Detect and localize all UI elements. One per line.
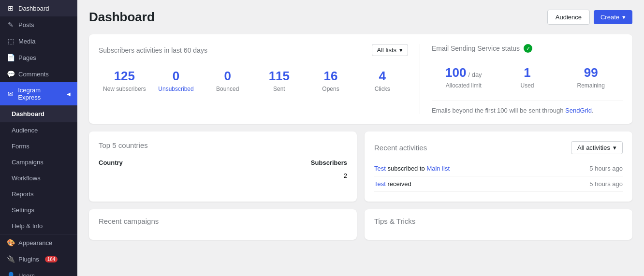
- sidebar-item-workflows[interactable]: Workflows: [0, 170, 77, 186]
- recent-campaigns-title: Recent campaigns: [99, 217, 347, 225]
- sidebar-item-posts[interactable]: ✎ Posts: [0, 16, 77, 33]
- dropdown-chevron-icon: ▾: [399, 46, 403, 54]
- page-header: Dashboard Audience Create ▾: [89, 10, 632, 25]
- subscribers-header: Subscribers activities in last 60 days A…: [99, 44, 408, 56]
- sidebar-item-comments[interactable]: 💬 Comments: [0, 66, 77, 82]
- all-lists-dropdown[interactable]: All lists ▾: [372, 44, 408, 56]
- sidebar: ⊞ Dashboard ✎ Posts ⬚ Media 📄 Pages 💬 Co…: [0, 0, 77, 276]
- bottom-grid: Recent campaigns Tips & Tricks: [89, 209, 632, 247]
- email-stats-row: 100 / day Allocated limit 1 Used 99 Rema…: [432, 61, 623, 93]
- lower-grid: Top 5 countries Country Subscribers 2 Re…: [89, 131, 632, 209]
- create-button[interactable]: Create ▾: [594, 10, 632, 24]
- recent-activities-header: Recent activities All activities ▾: [374, 141, 623, 154]
- subscribers-email-card: Subscribers activities in last 60 days A…: [89, 34, 632, 124]
- recent-campaigns-card: Recent campaigns: [89, 209, 357, 240]
- sidebar-item-campaigns[interactable]: Campaigns: [0, 154, 77, 170]
- status-ok-icon: ✓: [524, 44, 532, 53]
- activity-link-test-1[interactable]: Test: [374, 180, 386, 188]
- comments-icon: 💬: [7, 70, 15, 78]
- page-title: Dashboard: [89, 10, 155, 25]
- sidebar-item-media[interactable]: ⬚ Media: [0, 33, 77, 49]
- activities-chevron-icon: ▾: [613, 144, 616, 151]
- pages-icon: 📄: [7, 54, 15, 61]
- plugins-icon: 🔌: [7, 255, 15, 263]
- email-status-title: Email Sending Service status: [432, 44, 520, 52]
- stat-unsubscribed: 0 Unsubscribed: [150, 65, 202, 96]
- icegram-arrow-icon: ◀: [67, 91, 71, 97]
- dashboard-wp-icon: ⊞: [7, 4, 15, 12]
- top-countries-title: Top 5 countries: [99, 141, 347, 149]
- subscribers-stats-grid: 125 New subscribers 0 Unsubscribed 0 Bou…: [99, 65, 408, 96]
- sidebar-item-appearance[interactable]: 🎨 Appearance: [0, 234, 77, 251]
- top-countries-card: Top 5 countries Country Subscribers 2: [89, 131, 357, 202]
- sidebar-item-audience[interactable]: Audience: [0, 122, 77, 138]
- appearance-icon: 🎨: [7, 239, 15, 247]
- sendgrid-note: Emails beyond the first 100 will be sent…: [432, 101, 623, 114]
- table-row: 2: [99, 169, 347, 182]
- email-stat-allocated: 100 / day Allocated limit: [432, 61, 496, 93]
- users-icon: 👤: [7, 272, 15, 276]
- activity-row-0: Test subscribed to Main list 5 hours ago: [374, 161, 623, 176]
- stat-clicks: 4 Clicks: [356, 65, 408, 96]
- media-icon: ⬚: [7, 37, 15, 45]
- sidebar-item-icegram[interactable]: ✉ Icegram Express ◀: [0, 82, 77, 105]
- sendgrid-link[interactable]: SendGrid: [565, 107, 592, 114]
- sidebar-item-icegram-dashboard[interactable]: Dashboard: [0, 105, 77, 122]
- recent-activities-title: Recent activities: [374, 144, 427, 152]
- sidebar-item-reports[interactable]: Reports: [0, 186, 77, 202]
- header-actions: Audience Create ▾: [547, 10, 632, 25]
- stat-bounced: 0 Bounced: [202, 65, 253, 96]
- stat-sent: 115 Sent: [253, 65, 305, 96]
- activity-row-1: Test received 5 hours ago: [374, 176, 623, 192]
- sidebar-item-help[interactable]: Help & Info: [0, 218, 77, 234]
- sidebar-item-settings[interactable]: Settings: [0, 202, 77, 218]
- email-stat-remaining: 99 Remaining: [559, 61, 623, 93]
- audience-button[interactable]: Audience: [547, 10, 590, 25]
- activity-link-test-0[interactable]: Test: [374, 165, 386, 172]
- stat-opens: 16 Opens: [305, 65, 357, 96]
- create-chevron-icon: ▾: [622, 14, 626, 21]
- stat-new-subscribers: 125 New subscribers: [99, 65, 150, 96]
- activities-dropdown[interactable]: All activities ▾: [571, 141, 623, 154]
- email-service-section: Email Sending Service status ✓ 100 / day…: [420, 44, 623, 114]
- plugins-badge: 164: [45, 256, 58, 262]
- email-status-header: Email Sending Service status ✓: [432, 44, 623, 53]
- icegram-icon: ✉: [7, 90, 14, 98]
- sidebar-item-dashboard-wp[interactable]: ⊞ Dashboard: [0, 0, 77, 16]
- tips-card: Tips & Tricks: [365, 209, 632, 240]
- recent-activities-card: Recent activities All activities ▾ Test …: [365, 131, 632, 202]
- sidebar-item-forms[interactable]: Forms: [0, 138, 77, 154]
- main-content: Dashboard Audience Create ▾ Subscribers …: [77, 0, 644, 276]
- countries-table-header: Country Subscribers: [99, 156, 347, 169]
- subscribers-title: Subscribers activities in last 60 days: [99, 46, 207, 54]
- sidebar-item-plugins[interactable]: 🔌 Plugins 164: [0, 251, 77, 267]
- sidebar-item-users[interactable]: 👤 Users: [0, 267, 77, 276]
- tips-title: Tips & Tricks: [374, 217, 623, 225]
- subscribers-section: Subscribers activities in last 60 days A…: [99, 44, 420, 114]
- posts-icon: ✎: [7, 21, 15, 29]
- activity-link-main-list[interactable]: Main list: [426, 165, 450, 172]
- email-stat-used: 1 Used: [496, 61, 559, 93]
- sidebar-item-pages[interactable]: 📄 Pages: [0, 49, 77, 66]
